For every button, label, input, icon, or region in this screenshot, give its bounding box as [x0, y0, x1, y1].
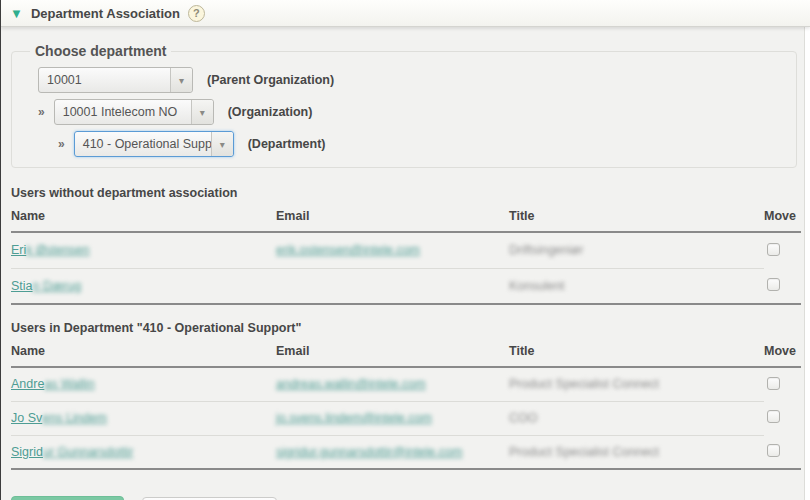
move-checkbox[interactable] — [767, 444, 780, 457]
organization-row: » 10001 Intelecom NO ▾ (Organization) — [24, 99, 784, 125]
user-email-link[interactable]: sigridur.gunnarsdottir@intele.com — [276, 445, 462, 459]
name-redacted: ens Lindem — [42, 411, 107, 425]
user-email-link[interactable]: erik.ostensen@intele.com — [276, 243, 420, 257]
parent-organization-row: 10001 ▾ (Parent Organization) — [24, 67, 784, 93]
user-title: Product Specialist Connect — [509, 445, 659, 459]
move-checkbox[interactable] — [767, 243, 780, 256]
column-header-title: Title — [509, 209, 764, 232]
collapse-triangle-icon[interactable]: ▼ — [10, 7, 23, 20]
user-title: Driftsingeniør — [509, 243, 583, 257]
department-value: 410 - Operational Support — [75, 132, 211, 156]
chevron-down-icon[interactable]: ▾ — [170, 68, 192, 92]
column-header-move: Move — [764, 344, 801, 367]
parent-organization-label: (Parent Organization) — [207, 73, 334, 87]
table-header-row: Name Email Title Move — [11, 344, 801, 367]
guillemet-icon: » — [58, 137, 65, 151]
user-name-link[interactable]: Jo Svens Lindem — [11, 411, 107, 425]
column-header-email: Email — [276, 344, 509, 367]
panel-header: ▼ Department Association ? — [1, 0, 810, 27]
users-without-association-table: Name Email Title Move Erik Østensen erik… — [11, 209, 801, 305]
user-name-link[interactable]: Andreas Wallin — [11, 377, 95, 391]
move-checkbox[interactable] — [767, 377, 780, 390]
user-title: Product Specialist Connect — [509, 377, 659, 391]
name-clear: Andre — [11, 377, 44, 391]
table-header-row: Name Email Title Move — [11, 209, 801, 232]
help-icon[interactable]: ? — [188, 5, 205, 22]
parent-organization-dropdown[interactable]: 10001 ▾ — [38, 67, 193, 93]
name-clear: Eri — [11, 243, 26, 257]
name-redacted: k Østensen — [26, 243, 89, 257]
panel-content: Choose department 10001 ▾ (Parent Organi… — [1, 27, 805, 500]
page-title: Department Association — [31, 6, 180, 21]
user-title: COO — [509, 411, 537, 425]
department-dropdown[interactable]: 410 - Operational Support ▾ — [74, 131, 234, 157]
table-row: Andreas Wallin andreas.wallin@intele.com… — [11, 367, 801, 401]
column-header-name: Name — [11, 344, 276, 367]
table-row: Sigridur Gunnarsdottir sigridur.gunnarsd… — [11, 435, 801, 469]
users-in-department-table: Name Email Title Move Andreas Wallin and… — [11, 344, 801, 470]
name-redacted: as Wallin — [44, 377, 94, 391]
user-name-link[interactable]: Stian Dærug — [11, 279, 81, 293]
name-clear: Jo Sv — [11, 411, 42, 425]
user-name-link[interactable]: Erik Østensen — [11, 243, 90, 257]
move-checkbox[interactable] — [767, 410, 780, 423]
choose-department-fieldset: Choose department 10001 ▾ (Parent Organi… — [11, 43, 797, 168]
user-email-link[interactable]: andreas.wallin@intele.com — [276, 377, 426, 391]
department-label: (Department) — [248, 137, 326, 151]
parent-organization-value: 10001 — [39, 68, 170, 92]
move-checkbox[interactable] — [767, 278, 780, 291]
name-redacted: n Dærug — [33, 279, 82, 293]
table-row: Stian Dærug Konsulent — [11, 268, 801, 304]
name-redacted: ur Gunnarsdottir — [43, 445, 133, 459]
user-email-link[interactable]: jo.svens.lindem@intele.com — [276, 411, 432, 425]
name-clear: Stia — [11, 279, 33, 293]
name-clear: Sigrid — [11, 445, 43, 459]
chevron-down-icon[interactable]: ▾ — [191, 100, 213, 124]
column-header-email: Email — [276, 209, 509, 232]
column-header-title: Title — [509, 344, 764, 367]
action-buttons-row: Save Changes ↺ Undo Changes — [11, 496, 804, 500]
organization-label: (Organization) — [228, 105, 313, 119]
chevron-down-icon[interactable]: ▾ — [211, 132, 233, 156]
user-title: Konsulent — [509, 279, 565, 293]
save-changes-button[interactable]: Save Changes — [11, 496, 124, 500]
department-row: » 410 - Operational Support ▾ (Departmen… — [24, 131, 784, 157]
guillemet-icon: » — [38, 105, 45, 119]
table-row: Erik Østensen erik.ostensen@intele.com D… — [11, 232, 801, 268]
department-association-page: ▼ Department Association ? Choose depart… — [0, 0, 810, 500]
organization-value: 10001 Intelecom NO — [55, 100, 191, 124]
table-title-without-association: Users without department association — [11, 186, 804, 200]
column-header-name: Name — [11, 209, 276, 232]
user-name-link[interactable]: Sigridur Gunnarsdottir — [11, 445, 133, 459]
table-row: Jo Svens Lindem jo.svens.lindem@intele.c… — [11, 401, 801, 435]
undo-changes-button[interactable]: ↺ Undo Changes — [142, 497, 276, 500]
table-title-in-department: Users in Department "410 - Operational S… — [11, 321, 804, 335]
choose-department-legend: Choose department — [30, 43, 171, 59]
column-header-move: Move — [764, 209, 801, 232]
organization-dropdown[interactable]: 10001 Intelecom NO ▾ — [54, 99, 214, 125]
